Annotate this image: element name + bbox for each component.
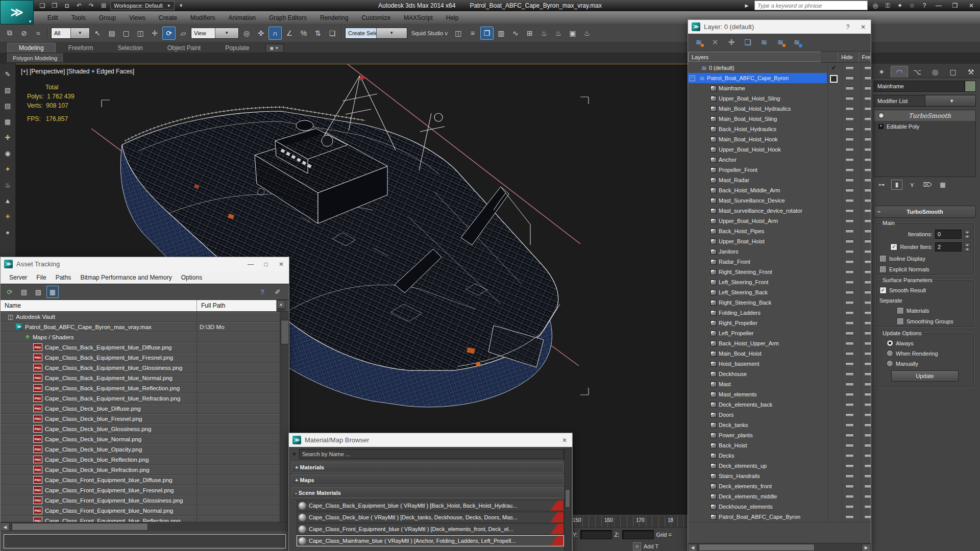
asset-row-file[interactable]: PNG Cape_Class_Back_Equipment_blue_Refra…: [1, 393, 289, 404]
hide-toggle[interactable]: [845, 97, 854, 101]
asset-row-maxfile[interactable]: ≫ Patrol_Boat_ABFC_Cape_Byron_max_vray.m…: [1, 322, 289, 332]
select-object-icon[interactable]: ↖: [91, 27, 104, 40]
hide-toggle[interactable]: [845, 77, 854, 80]
freeze-toggle[interactable]: [864, 97, 871, 101]
unlink-selection-icon[interactable]: ⊘: [17, 27, 31, 40]
current-layer-check[interactable]: ✓: [831, 64, 837, 71]
layer-object-row[interactable]: Upper_Boat_Hoist_Hook: [688, 144, 871, 155]
graphite-ribbon-icon[interactable]: ▥: [495, 27, 508, 40]
iterations-field[interactable]: 0: [935, 230, 962, 239]
highlight-selected-layer-icon[interactable]: ≋: [775, 37, 786, 47]
freeze-toggle[interactable]: [864, 128, 871, 131]
layer-object-row[interactable]: Deck_elements_front: [688, 481, 871, 491]
hide-toggle[interactable]: [845, 464, 854, 468]
infocenter-search-input[interactable]: Type a keyword or phrase: [754, 1, 868, 10]
layer-row-selected[interactable]: − ≋ Patrol_Boat_ABFC_Cape_Byron: [688, 73, 871, 83]
pin-stack-icon[interactable]: ⊶: [876, 180, 887, 190]
asset-row-file[interactable]: PNG Cape_Class_Back_Equipment_blue_Refle…: [1, 383, 289, 393]
freeze-toggle[interactable]: [864, 199, 871, 203]
column-name[interactable]: Name: [1, 300, 197, 311]
asset-menu-item[interactable]: Options: [177, 274, 207, 281]
help-icon[interactable]: ?: [840, 20, 855, 34]
set-current-layer-icon[interactable]: ≋: [758, 37, 770, 47]
show-end-result-icon[interactable]: ▮: [891, 180, 902, 190]
tab-display[interactable]: ▢: [944, 66, 962, 78]
menu-item[interactable]: Graph Editors: [262, 11, 313, 24]
tab-modify[interactable]: ◠: [891, 66, 908, 78]
asset-row-file[interactable]: PNG Cape_Class_Back_Equipment_blue_Norma…: [1, 373, 289, 383]
asset-row-file[interactable]: PNG Cape_Class_Front_Equipment_blue_Norm…: [1, 506, 289, 516]
material-section-header[interactable]: - Scene Materials: [291, 487, 564, 498]
layer-object-row[interactable]: Mast_Radar: [688, 175, 871, 185]
layer-object-row[interactable]: Left_Propeller: [688, 328, 871, 338]
new-scene-icon[interactable]: ❏: [37, 1, 48, 11]
layer-object-row[interactable]: Mast_surveillance_device_rotator: [688, 206, 871, 216]
menu-item[interactable]: Customize: [355, 11, 397, 24]
add-time-tag-button[interactable]: ◷ Add T: [633, 542, 658, 550]
layer-explorer-icon[interactable]: ❐: [480, 27, 494, 40]
freeze-toggle[interactable]: [864, 168, 871, 172]
minimize-button[interactable]: —: [932, 1, 945, 10]
select-by-name-icon[interactable]: ▤: [105, 27, 118, 40]
select-and-link-icon[interactable]: ⧉: [3, 27, 16, 40]
window-crossing-icon[interactable]: ◫: [134, 27, 147, 40]
viewport-label[interactable]: [+] [Perspective] [Shaded + Edged Faces]: [21, 68, 134, 75]
asset-row-file[interactable]: PNG Cape_Class_Deck_blue_Opacity.png: [1, 444, 289, 455]
layer-object-row[interactable]: Stairs_Handrails: [688, 471, 871, 481]
freeze-toggle[interactable]: [864, 495, 871, 498]
asset-row-file[interactable]: PNG Cape_Class_Back_Equipment_blue_Fresn…: [1, 353, 289, 363]
material-search-input[interactable]: Search by Name ...: [299, 449, 564, 459]
asset-row-file[interactable]: PNG Cape_Class_Deck_blue_Reflection.png: [1, 455, 289, 465]
asset-menu-item[interactable]: File: [32, 274, 51, 281]
freeze-toggle[interactable]: [864, 138, 871, 141]
hide-toggle[interactable]: [845, 413, 854, 417]
layer-object-row[interactable]: Back_Hoist_Middle_Arm: [688, 185, 871, 195]
freeze-toggle[interactable]: [864, 230, 871, 233]
modifier-enabled-icon[interactable]: [878, 113, 884, 118]
browser-options-icon[interactable]: ▼: [291, 451, 297, 457]
hide-toggle[interactable]: [845, 393, 854, 396]
layer-row-default[interactable]: ≋ 0 (default) ✓: [688, 63, 871, 73]
save-file-icon[interactable]: ◘: [61, 1, 72, 11]
freeze-toggle[interactable]: [864, 434, 871, 437]
layer-object-row[interactable]: Janitors: [688, 246, 871, 257]
ribbon-tab[interactable]: Object Paint: [156, 43, 212, 53]
layer-object-row[interactable]: Anchor: [688, 155, 871, 165]
list-view-icon[interactable]: ▤: [18, 286, 30, 298]
freeze-toggle[interactable]: [864, 454, 871, 458]
freeze-toggle[interactable]: [864, 321, 871, 325]
asset-row-file[interactable]: PNG Cape_Class_Front_Equipment_blue_Diff…: [1, 475, 289, 485]
angle-snap-icon[interactable]: ∠: [283, 27, 296, 40]
selection-region-icon[interactable]: ▢: [119, 27, 133, 40]
delete-layer-icon[interactable]: ✕: [709, 37, 721, 47]
percent-snap-icon[interactable]: %: [297, 27, 310, 40]
freeze-toggle[interactable]: [864, 281, 871, 284]
hide-toggle[interactable]: [845, 321, 854, 325]
freeze-toggle[interactable]: [864, 189, 871, 192]
redo-icon[interactable]: ↷: [86, 1, 97, 11]
freeze-toggle[interactable]: [864, 342, 871, 345]
spinner-snap-icon[interactable]: ⇅: [311, 27, 325, 40]
modifier-list-dropdown[interactable]: Modifier List▼: [874, 95, 976, 107]
configure-modifier-sets-icon[interactable]: ▦: [937, 180, 948, 190]
freeze-toggle[interactable]: [864, 464, 871, 468]
layer-object-row[interactable]: Deck_tanks: [688, 420, 871, 430]
subscription-icon[interactable]: ✦: [895, 1, 904, 10]
asset-row-file[interactable]: PNG Cape_Class_Front_Equipment_blue_Fres…: [1, 485, 289, 495]
asset-row-file[interactable]: PNG Cape_Class_Front_Equipment_blue_Refl…: [1, 516, 289, 522]
hide-toggle[interactable]: [845, 128, 854, 131]
render-production-icon[interactable]: ♨: [580, 27, 594, 40]
layer-object-row[interactable]: Decks: [688, 450, 871, 461]
ribbon-tab[interactable]: Populate: [213, 43, 261, 53]
freeze-toggle[interactable]: [864, 301, 871, 305]
thumbnail-view-icon[interactable]: ▧: [32, 286, 44, 298]
favorites-icon[interactable]: ☆: [908, 1, 917, 10]
freeze-toggle[interactable]: [864, 77, 871, 80]
layer-object-row[interactable]: Back_Hoist_Upper_Arm: [688, 338, 871, 348]
freeze-toggle[interactable]: [864, 423, 871, 427]
asset-vertical-scrollbar[interactable]: [280, 312, 289, 522]
asset-row-file[interactable]: PNG Cape_Class_Deck_blue_Fresnel.png: [1, 414, 289, 424]
align-icon[interactable]: ≡: [466, 27, 479, 40]
hide-toggle[interactable]: [845, 474, 854, 478]
stack-item-editable-poly[interactable]: + Editable Poly: [874, 121, 975, 132]
